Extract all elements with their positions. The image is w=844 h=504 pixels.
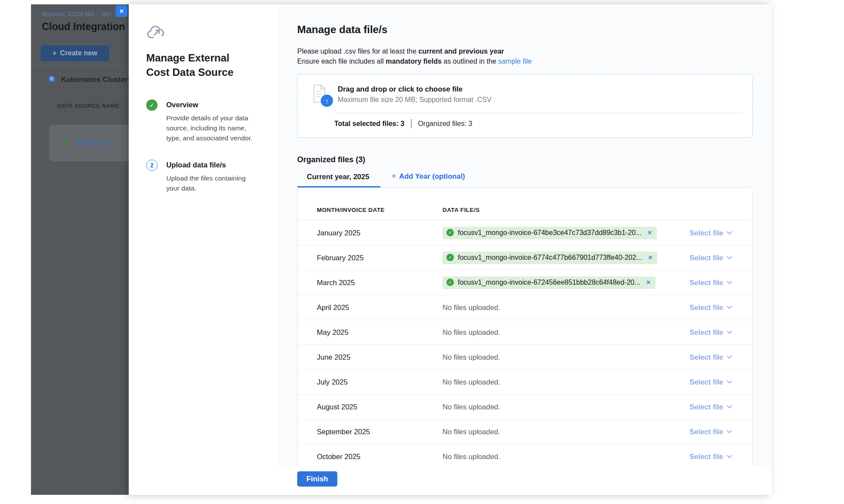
select-file-dropdown[interactable]: Select file (690, 453, 732, 461)
data-file-cell: No files uploaded. (443, 328, 690, 337)
month-label: September 2025 (317, 428, 443, 436)
month-label: February 2025 (317, 254, 443, 262)
file-name: focusv1_mongo-invoice-672456ee851bbb28c6… (458, 279, 640, 286)
add-year-button[interactable]: + Add Year (optional) (391, 172, 465, 187)
create-new-button[interactable]: + Create new (41, 45, 109, 61)
no-files-text: No files uploaded. (443, 378, 500, 386)
select-file-dropdown[interactable]: Select file (690, 353, 732, 361)
stepper-panel: Manage External Cost Data Source ✓ Overv… (129, 4, 278, 495)
divider (334, 113, 744, 113)
table-row: October 2025 No files uploaded. Select f… (298, 444, 752, 466)
chevron-down-icon (727, 231, 732, 235)
breadcrumb-trail[interactable]: Set (102, 10, 111, 17)
divider (31, 91, 129, 91)
data-source-link[interactable]: test-jbisht (76, 139, 109, 147)
month-label: June 2025 (317, 353, 443, 361)
tab-current-year[interactable]: Current year, 2025 (297, 173, 381, 187)
table-row: September 2025 No files uploaded. Select… (298, 419, 752, 444)
data-file-cell: No files uploaded. (443, 403, 690, 411)
select-file-label: Select file (690, 279, 723, 287)
dropzone-title: Drag and drop or click to choose file (338, 84, 491, 93)
select-file-dropdown[interactable]: Select file (690, 229, 732, 237)
month-label: August 2025 (317, 403, 443, 411)
month-label: April 2025 (317, 303, 443, 312)
month-label: May 2025 (317, 328, 443, 337)
table-row: April 2025 No files uploaded. Select fil… (298, 295, 752, 320)
total-selected-files: Total selected files: 3 (334, 120, 405, 128)
step-done-check-icon: ✓ (146, 99, 158, 111)
table-row: January 2025 ✓ focusv1_mongo-invoice-674… (298, 221, 752, 245)
plus-icon: + (52, 49, 56, 57)
kubernetes-icon (48, 75, 56, 85)
data-source-row[interactable]: test-jbisht (49, 125, 129, 161)
select-file-label: Select file (690, 428, 723, 436)
file-chip: ✓ focusv1_mongo-invoice-6774c477b667901d… (443, 252, 657, 264)
cloud-export-icon (147, 25, 261, 41)
add-year-label: Add Year (optional) (399, 172, 465, 180)
tab-kubernetes-clusters[interactable]: Kubernetes Clusters (48, 75, 129, 85)
table-row: June 2025 No files uploaded. Select file (298, 345, 752, 370)
step-upload-description: Upload the files containing your data. (166, 173, 257, 193)
step-overview-label: Overview (166, 99, 257, 109)
no-files-text: No files uploaded. (443, 453, 500, 461)
select-file-dropdown[interactable]: Select file (690, 254, 732, 262)
upload-arrow-icon: ↑ (321, 95, 333, 107)
step-upload-label: Upload data file/s (166, 160, 257, 169)
chevron-down-icon (727, 405, 732, 409)
select-file-dropdown[interactable]: Select file (690, 279, 732, 287)
chevron-down-icon (727, 355, 732, 359)
finish-button[interactable]: Finish (297, 471, 337, 487)
table-row: May 2025 No files uploaded. Select file (298, 320, 752, 345)
select-file-dropdown[interactable]: Select file (690, 403, 732, 411)
select-file-dropdown[interactable]: Select file (690, 428, 732, 436)
content-heading: Manage data file/s (297, 24, 753, 36)
divider (411, 119, 412, 128)
check-icon: ✓ (446, 229, 454, 236)
chevron-down-icon (727, 380, 732, 384)
breadcrumb: Account: CCM-NG›Set (42, 10, 111, 17)
plus-icon: + (391, 172, 396, 181)
data-file-column-header: DATA FILE/S (443, 207, 732, 213)
create-new-label: Create new (60, 49, 97, 57)
step-overview[interactable]: ✓ Overview Provide details of your data … (146, 99, 261, 143)
data-file-cell: No files uploaded. (443, 353, 690, 361)
select-file-label: Select file (690, 403, 723, 411)
select-file-label: Select file (690, 353, 723, 361)
sample-file-link[interactable]: sample file (498, 58, 532, 65)
organized-files-heading: Organized files (3) (297, 155, 753, 164)
step-upload-data[interactable]: 2 Upload data file/s Upload the files co… (146, 160, 261, 193)
steps-list: ✓ Overview Provide details of your data … (146, 99, 261, 193)
close-button[interactable]: × (116, 5, 127, 17)
check-icon: ✓ (446, 254, 454, 261)
file-chip: ✓ focusv1_mongo-invoice-674be3ce47c73d37… (443, 227, 657, 239)
chevron-down-icon (727, 306, 732, 309)
step-number-badge: 2 (146, 160, 158, 171)
month-label: March 2025 (317, 279, 443, 287)
remove-file-icon[interactable]: × (648, 254, 652, 261)
file-name: focusv1_mongo-invoice-6774c477b667901d77… (458, 254, 642, 262)
file-dropzone[interactable]: ↑ Drag and drop or click to choose file … (297, 74, 753, 138)
table-header: MONTH/INVOICE DATE DATA FILE/S (298, 188, 752, 221)
drawer-footer: Finish (278, 466, 772, 495)
no-files-text: No files uploaded. (443, 353, 500, 361)
table-row: March 2025 ✓ focusv1_mongo-invoice-67245… (298, 270, 752, 295)
remove-file-icon[interactable]: × (646, 279, 651, 286)
drawer-content: Manage data file/s Please upload .csv fi… (278, 4, 772, 495)
no-files-text: No files uploaded. (443, 428, 500, 436)
month-column-header: MONTH/INVOICE DATE (317, 207, 443, 213)
select-file-dropdown[interactable]: Select file (690, 303, 732, 312)
select-file-dropdown[interactable]: Select file (690, 328, 732, 337)
breadcrumb-account-link[interactable]: Account: CCM-NG (42, 10, 94, 17)
manage-data-source-drawer: × Manage External Cost Data Source ✓ Ove… (129, 4, 772, 495)
data-source-name-header: DATA SOURCE NAME (57, 102, 120, 109)
select-file-label: Select file (690, 229, 723, 237)
dropzone-subtitle: Maximum file size 20 MB; Supported forma… (338, 96, 491, 104)
drawer-title: Manage External Cost Data Source (146, 51, 255, 79)
file-totals: Total selected files: 3 Organized files:… (334, 119, 744, 128)
remove-file-icon[interactable]: × (648, 229, 652, 236)
table-row: August 2025 No files uploaded. Select fi… (298, 395, 752, 419)
select-file-dropdown[interactable]: Select file (690, 378, 732, 386)
month-label: July 2025 (317, 378, 443, 386)
chevron-down-icon (727, 455, 732, 458)
data-file-cell: ✓ focusv1_mongo-invoice-6774c477b667901d… (443, 252, 690, 264)
